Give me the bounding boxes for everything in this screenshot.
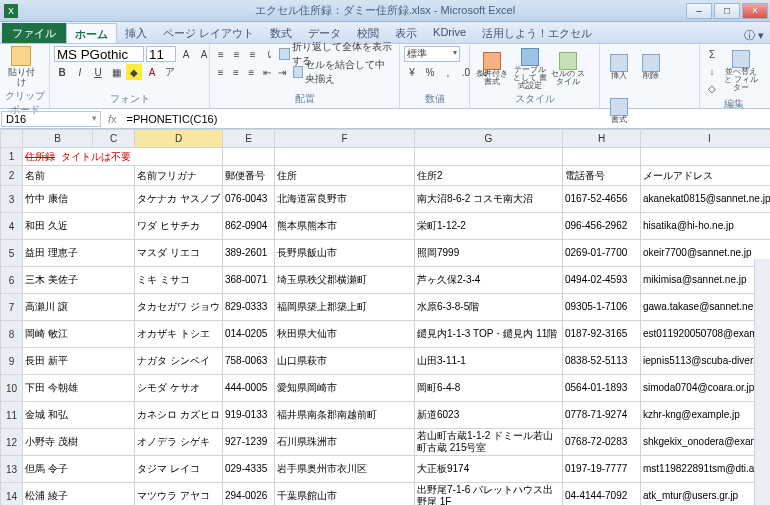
- cell-name[interactable]: 但馬 令子: [23, 456, 135, 483]
- cell-postal[interactable]: 862-0904: [223, 213, 275, 240]
- cell-phone[interactable]: 0269-01-7700: [563, 240, 641, 267]
- font-name-combo[interactable]: [54, 46, 144, 62]
- vertical-scrollbar[interactable]: [754, 259, 770, 505]
- cell-addr1[interactable]: 石川県珠洲市: [275, 429, 415, 456]
- table-row[interactable]: 3竹中 康信タケナカ ヤスノブ076-0043北海道富良野市南大沼8-6-2 コ…: [1, 186, 771, 213]
- col-E[interactable]: E: [223, 130, 275, 148]
- tab-insert[interactable]: 挿入: [117, 23, 155, 43]
- cell-phone[interactable]: 0187-92-3165: [563, 321, 641, 348]
- cell-furigana[interactable]: マスダ リエコ: [135, 240, 223, 267]
- table-row[interactable]: 14松浦 綾子マツウラ アヤコ294-0026千葉県館山市出野尾7-1-6 バレ…: [1, 483, 771, 506]
- conditional-format-button[interactable]: 条件付き 書式: [474, 48, 510, 90]
- cell-postal[interactable]: 076-0043: [223, 186, 275, 213]
- row-2[interactable]: 2 名前 名前フリガナ 郵便番号 住所 住所2 電話番号 メールアドレス: [1, 166, 771, 186]
- table-row[interactable]: 6三木 美佐子ミキ ミサコ368-0071埼玉県秩父郡横瀬町芦ヶ久保2-3-40…: [1, 267, 771, 294]
- row-header[interactable]: 9: [1, 348, 23, 375]
- font-color-button[interactable]: A: [144, 64, 160, 80]
- indent-inc-icon[interactable]: ⇥: [275, 64, 288, 80]
- cell-mail[interactable]: atk_mtur@users.gr.jp: [641, 483, 771, 506]
- tab-page-layout[interactable]: ページ レイアウト: [155, 23, 262, 43]
- col-B[interactable]: B: [23, 130, 93, 148]
- cell-postal[interactable]: 919-0133: [223, 402, 275, 429]
- help-icon[interactable]: ⓘ ▾: [744, 28, 764, 43]
- sort-filter-button[interactable]: 並べ替えと フィルター: [722, 50, 760, 92]
- cell-addr1[interactable]: 山口県萩市: [275, 348, 415, 375]
- col-D[interactable]: D: [135, 130, 223, 148]
- align-left-icon[interactable]: ≡: [214, 64, 227, 80]
- border-button[interactable]: ▦: [108, 64, 124, 80]
- align-bottom-icon[interactable]: ≡: [246, 46, 260, 62]
- cell-postal[interactable]: 444-0005: [223, 375, 275, 402]
- cell-name[interactable]: 岡崎 敏江: [23, 321, 135, 348]
- cell-addr2[interactable]: 芦ヶ久保2-3-4: [415, 267, 563, 294]
- cell-mail[interactable]: kzhr-kng@example.jp: [641, 402, 771, 429]
- table-row[interactable]: 5益田 理恵子マスダ リエコ389-2601長野県飯山市照岡79990269-0…: [1, 240, 771, 267]
- cell-postal[interactable]: 829-0333: [223, 294, 275, 321]
- cell-furigana[interactable]: カネシロ カズヒロ: [135, 402, 223, 429]
- cell-mail[interactable]: est011920050708@example.ne.jp: [641, 321, 771, 348]
- paste-button[interactable]: 貼り付け: [4, 46, 38, 88]
- cell-name[interactable]: 金城 和弘: [23, 402, 135, 429]
- cell-addr1[interactable]: 熊本県熊本市: [275, 213, 415, 240]
- cell-addr2[interactable]: 山田3-11-1: [415, 348, 563, 375]
- cell-addr1[interactable]: 福井県南条郡南越前町: [275, 402, 415, 429]
- orientation-icon[interactable]: ⤹: [262, 46, 276, 62]
- cell-addr1[interactable]: 長野県飯山市: [275, 240, 415, 267]
- cell-furigana[interactable]: シモダ ケサオ: [135, 375, 223, 402]
- tab-home[interactable]: ホーム: [66, 23, 117, 43]
- row-header[interactable]: 7: [1, 294, 23, 321]
- cell-addr2[interactable]: 新道6023: [415, 402, 563, 429]
- cell-furigana[interactable]: タケナカ ヤスノブ: [135, 186, 223, 213]
- cell-name[interactable]: 三木 美佐子: [23, 267, 135, 294]
- row-header[interactable]: 3: [1, 186, 23, 213]
- row-header[interactable]: 6: [1, 267, 23, 294]
- cell-addr2[interactable]: 鑓見内1-1-3 TOP・鑓見内 11階: [415, 321, 563, 348]
- cell-mail[interactable]: gawa.takase@sannet.ne.jp: [641, 294, 771, 321]
- table-row[interactable]: 8岡崎 敏江オカザキ トシエ014-0205秋田県大仙市鑓見内1-1-3 TOP…: [1, 321, 771, 348]
- cell-phone[interactable]: 0494-02-4593: [563, 267, 641, 294]
- cell-addr1[interactable]: 千葉県館山市: [275, 483, 415, 506]
- cell-mail[interactable]: shkgekix_onodera@example.gr.jp: [641, 429, 771, 456]
- clear-icon[interactable]: ◇: [704, 80, 720, 96]
- col-I[interactable]: I: [641, 130, 771, 148]
- cell-name[interactable]: 松浦 綾子: [23, 483, 135, 506]
- cell-mail[interactable]: iepnis5113@scuba-diver.jp: [641, 348, 771, 375]
- cell-mail[interactable]: simoda0704@coara.or.jp: [641, 375, 771, 402]
- col-C[interactable]: C: [93, 130, 135, 148]
- cell-furigana[interactable]: タジマ レイコ: [135, 456, 223, 483]
- cell-addr1[interactable]: 秋田県大仙市: [275, 321, 415, 348]
- fill-icon[interactable]: ↓: [704, 63, 720, 79]
- table-row[interactable]: 4和田 久近ワダ ヒサチカ862-0904熊本県熊本市栄町1-12-2096-4…: [1, 213, 771, 240]
- number-format-combo[interactable]: 標準: [404, 46, 460, 62]
- cell-phone[interactable]: 0167-52-4656: [563, 186, 641, 213]
- cell-mail[interactable]: akanekat0815@sannet.ne.jp: [641, 186, 771, 213]
- cell-mail[interactable]: hisatika@hi-ho.ne.jp: [641, 213, 771, 240]
- close-button[interactable]: ×: [742, 3, 768, 19]
- font-size-combo[interactable]: [146, 46, 176, 62]
- fill-color-button[interactable]: ◆: [126, 64, 142, 80]
- cell-addr1[interactable]: 愛知県岡崎市: [275, 375, 415, 402]
- table-row[interactable]: 11金城 和弘カネシロ カズヒロ919-0133福井県南条郡南越前町新道6023…: [1, 402, 771, 429]
- table-row[interactable]: 13但馬 令子タジマ レイコ029-4335岩手県奥州市衣川区大正板917401…: [1, 456, 771, 483]
- cell-furigana[interactable]: オノデラ シゲキ: [135, 429, 223, 456]
- cell-furigana[interactable]: オカザキ トシエ: [135, 321, 223, 348]
- cell-addr2[interactable]: 水原6-3-8-5階: [415, 294, 563, 321]
- cell-name[interactable]: 長田 新平: [23, 348, 135, 375]
- table-row[interactable]: 12小野寺 茂樹オノデラ シゲキ927-1239石川県珠洲市若山町古蔵1-1-2…: [1, 429, 771, 456]
- cell-furigana[interactable]: ナガタ シンペイ: [135, 348, 223, 375]
- cell-phone[interactable]: 0564-01-1893: [563, 375, 641, 402]
- indent-dec-icon[interactable]: ⇤: [260, 64, 273, 80]
- cell-addr1[interactable]: 北海道富良野市: [275, 186, 415, 213]
- cell-addr1[interactable]: 岩手県奥州市衣川区: [275, 456, 415, 483]
- col-G[interactable]: G: [415, 130, 563, 148]
- cell-postal[interactable]: 389-2601: [223, 240, 275, 267]
- comma-icon[interactable]: ,: [440, 64, 456, 80]
- cell-addr2[interactable]: 南大沼8-6-2 コスモ南大沼: [415, 186, 563, 213]
- merge-center-button[interactable]: セルを結合して中央揃え: [291, 64, 395, 80]
- cell-furigana[interactable]: ワダ ヒサチカ: [135, 213, 223, 240]
- cell-name[interactable]: 高瀬川 譲: [23, 294, 135, 321]
- cell-addr2[interactable]: 栄町1-12-2: [415, 213, 563, 240]
- increase-font-icon[interactable]: A: [178, 46, 194, 62]
- row-header[interactable]: 8: [1, 321, 23, 348]
- cell-addr1[interactable]: 福岡県築上郡築上町: [275, 294, 415, 321]
